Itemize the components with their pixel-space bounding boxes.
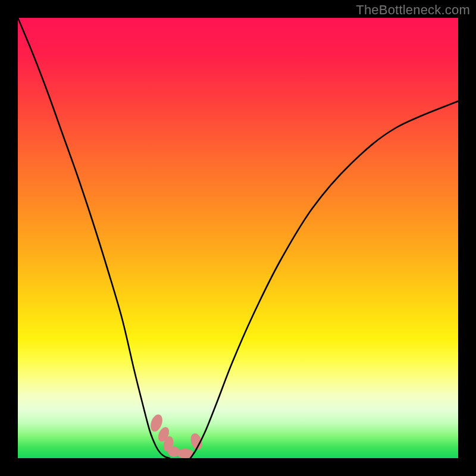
watermark-text: TheBottleneck.com — [356, 2, 470, 18]
chart-frame: TheBottleneck.com — [0, 0, 476, 476]
right-curve — [190, 101, 458, 458]
left-curve — [18, 18, 170, 458]
chart-svg — [18, 18, 458, 458]
plot-area — [18, 18, 458, 458]
